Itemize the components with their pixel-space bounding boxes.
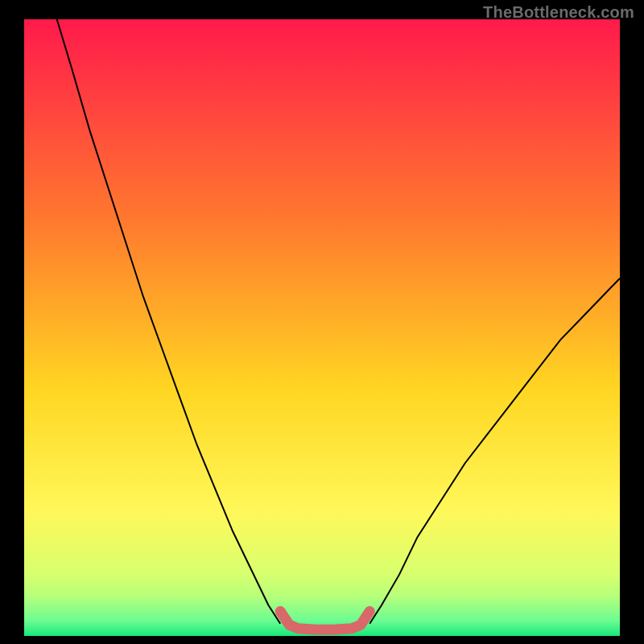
chart-svg <box>0 0 644 644</box>
watermark-text: TheBottleneck.com <box>483 3 634 22</box>
plot-background <box>24 19 620 636</box>
chart-stage: TheBottleneck.com <box>0 0 644 644</box>
